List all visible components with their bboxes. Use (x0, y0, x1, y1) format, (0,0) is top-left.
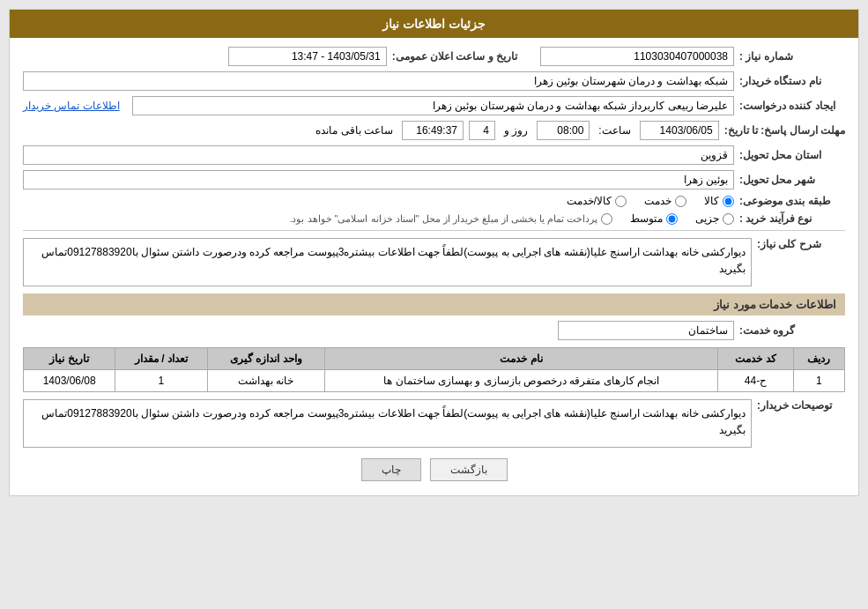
need-number-value: 1103030407000038 (540, 47, 734, 66)
table-cell-quantity: 1 (115, 370, 207, 392)
city-label: شهر محل تحویل: (739, 174, 845, 186)
category-options: کالا خدمت کالا/خدمت (23, 195, 734, 207)
purchase-jazei-label: جزیی (695, 212, 719, 225)
creator-contact-link[interactable]: اطلاعات تماس خریدار (23, 100, 120, 112)
page-title: جزئیات اطلاعات نیاز (382, 17, 486, 31)
purchase-note-text: پرداخت تمام یا بخشی از مبلغ خریدار از مح… (289, 213, 597, 225)
remaining-label: ساعت باقی مانده (315, 124, 393, 137)
col-quantity: تعداد / مقدار (115, 348, 207, 370)
time-label: ساعت: (598, 124, 630, 137)
announce-label: تاریخ و ساعت اعلان عمومی: (392, 50, 517, 63)
table-cell-unit: خانه بهداشت (207, 370, 325, 392)
category-radio-kala-khedmat[interactable] (615, 196, 627, 207)
category-kala-khedmat-label: کالا/خدمت (567, 195, 612, 207)
buyer-notes-text: دیوارکشی خانه بهداشت اراسنج علیا(نقشه ها… (23, 399, 752, 448)
buyer-org-label: نام دستگاه خریدار: (739, 75, 845, 87)
category-kala-label: کالا (704, 195, 719, 207)
category-option-kala: کالا (704, 195, 734, 207)
description-label: شرح کلی نیاز: (757, 238, 845, 250)
creator-label: ایجاد کننده درخواست: (739, 100, 845, 112)
deadline-time: 08:00 (537, 121, 590, 140)
services-table: ردیف کد خدمت نام خدمت واحد اندازه گیری ت… (23, 347, 845, 392)
announce-value: 1403/05/31 - 13:47 (228, 47, 387, 66)
buyer-org-value: شبکه بهداشت و درمان شهرستان بوئین زهرا (23, 71, 734, 91)
creator-value: علیرضا ربیعی کاربرداز شبکه بهداشت و درما… (132, 96, 734, 115)
print-button[interactable]: چاپ (361, 458, 421, 481)
purchase-radio-jazei[interactable] (723, 213, 734, 225)
category-option-khedmat: خدمت (644, 195, 686, 207)
col-code: کد خدمت (718, 348, 794, 370)
back-button[interactable]: بازگشت (430, 458, 508, 481)
deadline-label: مهلت ارسال پاسخ: تا تاریخ: (724, 124, 845, 137)
purchase-type-label: نوع فرآیند خرید : (739, 212, 845, 225)
page-header: جزئیات اطلاعات نیاز (10, 10, 858, 38)
purchase-type-options: جزیی متوسط پرداخت تمام یا بخشی از مبلغ خ… (23, 212, 734, 225)
col-row-num: ردیف (793, 348, 844, 370)
table-row: 1ح-44انجام کارهای متفرقه درخصوص بازسازی … (24, 370, 845, 392)
table-cell-name: انجام کارهای متفرقه درخصوص بازسازی و بهس… (325, 370, 718, 392)
service-group-label: گروه خدمت: (739, 324, 845, 337)
table-cell-code: ح-44 (718, 370, 794, 392)
purchase-radio-note[interactable] (601, 213, 612, 225)
buyer-notes-label: توصیحات خریدار: (757, 399, 845, 412)
deadline-date: 1403/06/05 (640, 121, 719, 140)
description-text: دیوارکشی خانه بهداشت اراسنج علیا(نقشه ها… (23, 238, 752, 286)
service-group-value: ساختمان (558, 321, 734, 340)
category-option-kala-khedmat: کالا/خدمت (567, 195, 627, 207)
need-number-label: شماره نیاز : (739, 50, 845, 63)
services-section-header: اطلاعات خدمات مورد نیاز (23, 293, 845, 316)
category-radio-kala[interactable] (723, 196, 734, 207)
purchase-motavasset-label: متوسط (630, 212, 663, 225)
province-value: قزوین (23, 145, 734, 165)
purchase-type-jazei: جزیی (695, 212, 734, 225)
category-khedmat-label: خدمت (644, 195, 671, 207)
remaining-value-box: 16:49:37 (402, 121, 464, 140)
purchase-type-note: پرداخت تمام یا بخشی از مبلغ خریدار از مح… (289, 213, 612, 225)
city-value: بوئین زهرا (23, 170, 734, 189)
col-date: تاریخ نیاز (24, 348, 115, 370)
services-table-section: ردیف کد خدمت نام خدمت واحد اندازه گیری ت… (23, 347, 845, 392)
table-cell-date: 1403/06/08 (24, 370, 115, 392)
remaining-time: 16:49:37 (402, 121, 464, 140)
table-cell-row_num: 1 (793, 370, 844, 392)
col-unit: واحد اندازه گیری (207, 348, 325, 370)
days-value: 4 (469, 121, 495, 140)
category-label: طبقه بندی موضوعی: (739, 195, 845, 207)
col-name: نام خدمت (325, 348, 718, 370)
days-label: روز و (504, 124, 528, 137)
province-label: استان محل تحویل: (739, 149, 845, 161)
purchase-radio-motavasset[interactable] (666, 213, 678, 225)
purchase-type-motavasset: متوسط (630, 212, 678, 225)
category-radio-khedmat[interactable] (675, 196, 686, 207)
action-buttons: بازگشت چاپ (23, 458, 845, 481)
